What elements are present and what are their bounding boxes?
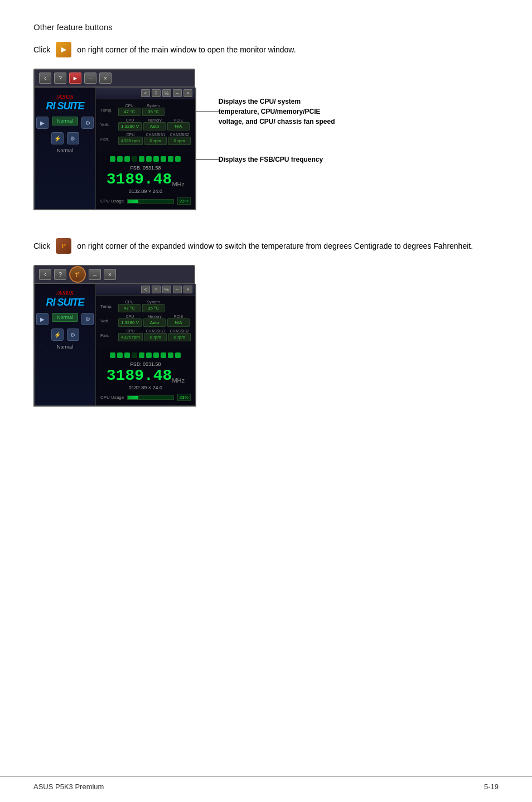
topbar2-btn-minus[interactable]: – (89, 269, 101, 280)
monitor2-btn-2[interactable]: ? (152, 286, 161, 293)
freq-unit: MHz (172, 181, 185, 187)
volt-label: Volt. (100, 122, 116, 127)
monitor-btn-2[interactable]: ? (152, 89, 161, 97)
instruction1-suffix: on right corner of the main window to op… (77, 45, 296, 54)
left-panel: /ASUS RI SUITE ▶ Normal ⚙ ⚡ ⚙ Normal (35, 88, 96, 209)
topbar-btn-help[interactable]: ? (54, 73, 66, 84)
monitor-btn-1[interactable]: < (141, 89, 150, 97)
cpu-temp-value-2: 47 °C (118, 304, 141, 312)
freq-unit-2: MHz (172, 377, 185, 384)
cpu-usage-label: CPU Usage (100, 199, 124, 204)
cpu-usage-fill (128, 200, 138, 203)
cpu-usage-label-2: CPU Usage (100, 395, 124, 400)
instruction2-suffix: on right corner of the expanded window t… (77, 241, 473, 250)
cpu-temp-value: 47 °C (118, 108, 141, 116)
led-6 (146, 156, 152, 162)
freq-value-2: 3189.48 (107, 368, 172, 384)
fan-row: Fan. CPU 4325 rpm CHASSIS1 0 rpm (100, 133, 191, 145)
cpu-usage-pct: 23% (177, 197, 191, 205)
temp-label: Temp. (100, 108, 116, 113)
main-window-topbar-2: ‹ ? t° – × (33, 265, 195, 284)
footer-page-num: 5-19 (484, 782, 499, 791)
temp-row: Temp. CPU 47 °C System 35 °C (100, 104, 191, 116)
left-controls-2: ▶ Normal ⚙ (36, 313, 94, 325)
ctrl-icon-gear[interactable]: ⚙ (81, 117, 94, 129)
mem-volt-label: Memory (147, 118, 161, 122)
ctrl-icon-settings-2[interactable]: ⚙ (67, 328, 79, 341)
topbar2-btn-help[interactable]: ? (54, 269, 66, 280)
led2-1 (110, 352, 115, 358)
topbar2-btn-close[interactable]: × (104, 269, 116, 280)
ctrl-icon-cpu-2[interactable]: ▶ (36, 313, 49, 325)
topbar-btn-close[interactable]: × (99, 73, 112, 84)
monitor-open-icon[interactable]: ► (56, 42, 71, 57)
led-dots (110, 156, 181, 162)
ctrl-icon-lightning[interactable]: ⚡ (51, 132, 64, 144)
cpu-fan-value-2: 4325 rpm (118, 333, 143, 341)
led2-6 (146, 352, 152, 358)
temp-label-2: Temp. (100, 304, 116, 309)
fsb-label: FSB: 0531.58 (130, 165, 161, 171)
temp-switch-icon[interactable]: t° (56, 238, 71, 254)
led-8 (161, 156, 166, 162)
cpu-volt-label-2: CPU (126, 315, 134, 318)
led-4 (132, 156, 137, 162)
freq-display-row-2: 3189.48 MHz (107, 368, 185, 384)
cpu-usage-fill-2 (128, 396, 138, 399)
cpu-temp-label-2: CPU (125, 300, 134, 304)
led-9 (168, 156, 173, 162)
topbar-btn-minus[interactable]: – (84, 73, 96, 84)
monitor-btn-4[interactable]: – (173, 89, 182, 97)
cpu-volt-label: CPU (126, 118, 134, 122)
left-panel-2: /ASUS RI SUITE ▶ Normal ⚙ ⚡ ⚙ Normal (35, 284, 96, 405)
freq-sub-2: 0132.89 × 24.0 (129, 385, 162, 390)
led-dots-2 (110, 352, 181, 358)
ctrl-icon-gear-2[interactable]: ⚙ (81, 313, 94, 325)
monitor-panel: < ? % – × Temp. CPU (96, 88, 195, 209)
cpu-fan-label: CPU (127, 133, 135, 137)
chassis2-label-2: CHASSIS2 (170, 329, 189, 333)
instruction-row-2: Click t° on right corner of the expanded… (33, 238, 499, 254)
ctrl-icon-settings[interactable]: ⚙ (67, 132, 79, 144)
led2-4 (132, 352, 137, 358)
topbar2-btn-arrow[interactable]: ‹ (39, 269, 51, 280)
system-temp-value: 35 °C (142, 108, 165, 116)
asus-logo: /ASUS (56, 93, 74, 100)
topbar-btn-active[interactable]: ► (69, 73, 81, 84)
bottom-icons: ⚡ ⚙ (51, 132, 79, 144)
topbar2-btn-temp-circle[interactable]: t° (69, 266, 86, 283)
cpu-usage-row: CPU Usage 23% (100, 197, 191, 205)
freq-value: 3189.48 (107, 172, 172, 187)
cpu-fan-value: 4325 rpm (118, 137, 143, 145)
monitor2-btn-4[interactable]: – (173, 286, 182, 293)
callout-1: Displays the CPU/ system temperature, CP… (219, 96, 341, 127)
topbar-btn-arrow[interactable]: ‹ (39, 73, 51, 84)
chassis2-label: CHASSIS2 (170, 133, 189, 137)
system-temp-label-2: System (147, 300, 159, 304)
ctrl-icon-cpu[interactable]: ▶ (36, 117, 49, 129)
led-5 (139, 156, 144, 162)
main-window-body: /ASUS RI SUITE ▶ Normal ⚙ ⚡ ⚙ Normal (33, 88, 196, 210)
monitor2-btn-1[interactable]: < (141, 286, 150, 293)
callout-text-2: Displays the FSB/CPU frequency (219, 154, 341, 165)
cpu-usage-bar (127, 199, 174, 204)
led-1 (110, 156, 115, 162)
footer-product: ASUS P5K3 Premium (33, 782, 104, 791)
chassis1-label: CHASSIS1 (146, 133, 165, 137)
monitor-btn-5[interactable]: × (183, 89, 192, 97)
monitor-freq-bottom: FSB: 0531.58 3189.48 MHz 0132.89 × 24.0 … (96, 152, 195, 209)
chassis1-label-2: CHASSIS1 (146, 329, 165, 333)
ctrl-icon-lightning-2[interactable]: ⚡ (51, 328, 64, 341)
pcie-volt-label-2: PCIE (174, 315, 183, 318)
monitor2-btn-3[interactable]: % (162, 286, 171, 293)
monitor-btn-3[interactable]: % (162, 89, 171, 97)
cpu-usage-row-2: CPU Usage 23% (100, 394, 191, 401)
led2-9 (168, 352, 173, 358)
volt-label-2: Volt. (100, 318, 116, 323)
volt-row-2: Volt. CPU 1.3280 V Memory Auto (100, 315, 191, 327)
fan-label-2: Fan. (100, 333, 116, 338)
monitor2-btn-5[interactable]: × (183, 286, 192, 293)
mem-volt-value-2: Auto (143, 318, 166, 327)
led2-8 (161, 352, 166, 358)
led-2 (117, 156, 123, 162)
